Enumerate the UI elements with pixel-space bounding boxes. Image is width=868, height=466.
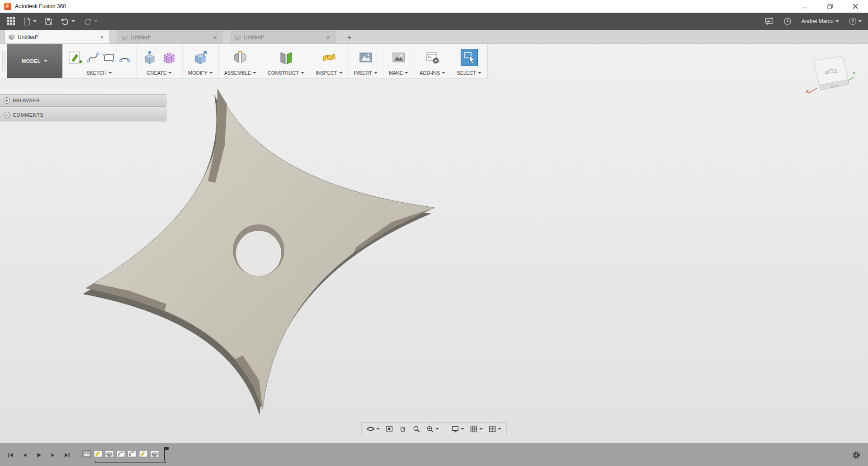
modify-dropdown[interactable]: MODIFY xyxy=(188,69,213,76)
go-to-start-button[interactable] xyxy=(7,452,14,459)
canvas-feature[interactable] xyxy=(82,450,91,458)
minimize-button[interactable] xyxy=(792,0,817,13)
close-tab-icon[interactable]: × xyxy=(212,34,218,41)
zoom-button[interactable] xyxy=(410,423,423,434)
undo-button[interactable] xyxy=(61,18,75,25)
insert-dropdown[interactable]: INSERT xyxy=(354,69,377,76)
ribbon-toolbar: MODEL xyxy=(0,44,487,78)
assemble-dropdown[interactable]: ASSEMBLE xyxy=(224,69,256,76)
create-sketch-button[interactable] xyxy=(68,50,83,65)
construct-plane-button[interactable] xyxy=(278,50,294,65)
comments-panel-header[interactable]: + COMMENTS xyxy=(0,109,166,121)
display-settings-button[interactable] xyxy=(449,423,467,434)
create-form-button[interactable] xyxy=(161,50,177,65)
help-menu-button[interactable]: ? xyxy=(849,18,862,25)
file-menu-button[interactable] xyxy=(24,17,37,26)
clock-icon xyxy=(783,17,792,25)
chevron-down-icon xyxy=(71,20,75,22)
y-axis-line xyxy=(848,77,854,81)
y-axis-label: Y xyxy=(853,71,855,76)
close-tab-icon[interactable]: × xyxy=(99,33,105,41)
chevron-down-icon xyxy=(374,72,377,74)
play-button[interactable] xyxy=(35,452,42,459)
toolbar-grip[interactable] xyxy=(0,44,7,78)
new-tab-button[interactable]: + xyxy=(344,33,355,43)
app-launcher-button[interactable] xyxy=(6,17,15,26)
comment-bubble-icon xyxy=(765,18,774,25)
restore-button[interactable] xyxy=(817,0,843,13)
look-at-icon xyxy=(385,425,393,433)
step-forward-button[interactable] xyxy=(49,452,57,459)
sketch-feature[interactable] xyxy=(139,450,148,458)
extrude-button[interactable] xyxy=(142,50,157,65)
document-tab-1[interactable]: Untitled* × xyxy=(5,30,109,43)
make-dropdown[interactable]: MAKE xyxy=(389,69,408,76)
chevron-down-icon xyxy=(168,72,172,74)
viewports-button[interactable] xyxy=(486,423,504,434)
addins-dropdown[interactable]: ADD-INS xyxy=(420,69,445,76)
step-back-button[interactable] xyxy=(21,452,28,459)
make-button[interactable] xyxy=(391,50,406,65)
spline-tool-button[interactable] xyxy=(87,52,99,63)
expand-icon[interactable]: + xyxy=(4,97,10,104)
fillet-feature[interactable] xyxy=(116,450,125,458)
press-pull-button[interactable] xyxy=(193,50,208,65)
document-tab-2[interactable]: Untitled* × xyxy=(118,31,222,43)
viewport-nav-toolbar xyxy=(361,422,507,435)
viewports-icon xyxy=(488,425,496,433)
sketch-dropdown[interactable]: SKETCH xyxy=(86,69,112,76)
scripts-addins-button[interactable] xyxy=(425,50,440,65)
select-tool-button[interactable] xyxy=(461,49,478,66)
x-axis-line xyxy=(809,88,817,93)
grid-icon xyxy=(470,425,478,433)
save-icon xyxy=(45,18,52,25)
joint-button[interactable] xyxy=(232,50,248,65)
tab-label: Untitled* xyxy=(18,34,99,40)
chevron-down-icon xyxy=(479,428,483,430)
document-tabbar: Untitled* × Untitled* × Untitled* × + xyxy=(0,30,868,44)
workspace-label: MODEL xyxy=(22,58,41,64)
zoom-window-button[interactable] xyxy=(424,423,441,434)
pan-button[interactable] xyxy=(396,423,409,434)
chamfer-feature[interactable] xyxy=(127,450,137,458)
arc-tool-button[interactable] xyxy=(119,52,131,63)
x-axis-label: X xyxy=(806,89,809,94)
timeline-playback-controls xyxy=(7,452,71,459)
create-dropdown[interactable]: CREATE xyxy=(147,69,172,76)
expand-icon[interactable]: + xyxy=(4,112,10,118)
chevron-down-icon xyxy=(478,72,481,74)
view-cube[interactable]: TOP BACK X Y xyxy=(806,53,858,105)
orbit-button[interactable] xyxy=(364,423,382,434)
grid-snap-button[interactable] xyxy=(467,423,485,434)
browser-panel-header[interactable]: + BROWSER xyxy=(0,94,166,107)
save-button[interactable] xyxy=(45,18,52,25)
workspace-switcher[interactable]: MODEL xyxy=(7,44,62,78)
extrude-feature[interactable] xyxy=(105,450,114,458)
browser-panel-label: BROWSER xyxy=(13,98,40,103)
job-status-button[interactable] xyxy=(783,17,792,25)
insert-image-button[interactable] xyxy=(358,50,373,65)
look-at-button[interactable] xyxy=(383,423,396,434)
document-tab-3[interactable]: Untitled* × xyxy=(231,31,335,43)
redo-icon xyxy=(83,18,92,25)
select-dropdown[interactable]: SELECT xyxy=(457,69,481,76)
redo-button[interactable] xyxy=(83,18,98,25)
timeline-settings-button[interactable] xyxy=(852,451,861,460)
notifications-button[interactable] xyxy=(765,18,774,25)
measure-button[interactable] xyxy=(321,50,337,65)
close-tab-icon[interactable]: × xyxy=(325,34,331,41)
chevron-down-icon xyxy=(301,72,304,74)
close-button[interactable] xyxy=(843,0,868,13)
inspect-dropdown[interactable]: INSPECT xyxy=(316,69,343,76)
go-to-end-button[interactable] xyxy=(63,452,71,459)
application-toolbar: Andrei Marcu ? xyxy=(0,13,868,30)
extrude-feature[interactable] xyxy=(150,450,159,458)
construct-dropdown[interactable]: CONSTRUCT xyxy=(268,69,304,76)
timeline-playhead[interactable] xyxy=(164,447,169,461)
sketch-feature[interactable] xyxy=(94,450,103,458)
chevron-down-icon xyxy=(835,20,839,22)
pan-hand-icon xyxy=(399,425,407,433)
user-account-menu[interactable]: Andrei Marcu xyxy=(802,18,839,24)
rectangle-tool-button[interactable] xyxy=(103,52,115,63)
orbit-icon xyxy=(367,425,375,433)
